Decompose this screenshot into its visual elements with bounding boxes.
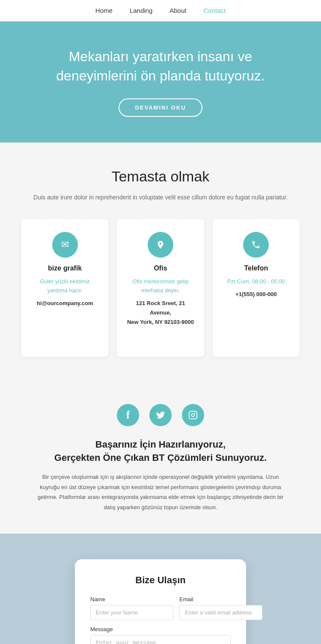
- name-input[interactable]: [90, 605, 173, 620]
- card-office-detail: 121 Rock Sreet, 21 Avenue,New York, NY 9…: [125, 299, 195, 327]
- navigation: Home Landing About Contact: [0, 0, 321, 21]
- name-label: Name: [90, 596, 173, 602]
- form-name-email-row: Name Email: [90, 596, 231, 620]
- phone-icon: [243, 232, 269, 258]
- contact-info-section: Temasta olmak Duis aute irure dolor in r…: [0, 142, 321, 383]
- hero-button[interactable]: DEVAMINI OKU: [119, 98, 202, 117]
- email-label: Email: [179, 596, 262, 602]
- card-office-link: Ofis merkezimize gelip merhaba deyin.: [125, 277, 195, 295]
- email-icon: ✉: [52, 232, 78, 258]
- nav-contact[interactable]: Contact: [203, 7, 226, 14]
- card-phone: Telefon Pzt-Cum, 08:00 - 05:00 +1(555) 0…: [213, 219, 300, 357]
- twitter-icon[interactable]: [149, 404, 172, 426]
- facebook-icon[interactable]: f: [117, 404, 139, 426]
- card-email-link: Güler yüzlü ekibimiz yardıma hazır.: [30, 277, 100, 295]
- instagram-icon[interactable]: [182, 404, 204, 426]
- card-office-title: Ofis: [125, 264, 195, 272]
- social-description: Bir çerçeve oluşturmak için iş akışların…: [32, 472, 289, 512]
- svg-point-1: [191, 413, 194, 416]
- form-title: Bize Ulaşın: [90, 575, 231, 586]
- card-phone-detail: +1(555) 000-000: [221, 290, 291, 299]
- social-icons-group: f: [26, 404, 295, 426]
- nav-about[interactable]: About: [169, 7, 186, 14]
- message-label: Message: [90, 626, 231, 632]
- contact-cards: ✉ bize grafik Güler yüzlü ekibimiz yardı…: [21, 219, 300, 357]
- svg-rect-0: [189, 411, 197, 419]
- card-phone-link: Pzt-Cum, 08:00 - 05:00: [221, 277, 291, 286]
- name-group: Name: [90, 596, 173, 620]
- hero-heading: Mekanları yaratırken insanı ve deneyimle…: [34, 47, 287, 86]
- card-email: ✉ bize grafik Güler yüzlü ekibimiz yardı…: [21, 219, 108, 357]
- nav-landing[interactable]: Landing: [130, 7, 152, 14]
- email-group: Email: [179, 596, 262, 620]
- contact-form-card: Bize Ulaşın Name Email Message Gallery: [75, 559, 246, 644]
- social-heading: Başarınız İçin Hazırlanıyoruz, Gerçekten…: [26, 438, 295, 465]
- svg-point-2: [195, 413, 196, 413]
- location-icon: [148, 232, 173, 258]
- card-email-detail: hi@ourcompany.com: [30, 299, 100, 308]
- social-section: f Başarınız İçin Hazırlanıyoruz, Gerçekt…: [0, 383, 321, 534]
- hero-section: Mekanları yaratırken insanı ve deneyimle…: [0, 21, 321, 142]
- card-office: Ofis Ofis merkezimize gelip merhaba deyi…: [117, 219, 204, 357]
- nav-home[interactable]: Home: [95, 7, 113, 14]
- message-group: Message: [90, 626, 231, 644]
- contact-title: Temasta olmak: [21, 168, 300, 185]
- email-input[interactable]: [179, 605, 262, 620]
- message-input[interactable]: [90, 635, 231, 644]
- card-phone-title: Telefon: [221, 264, 291, 272]
- form-section: Bize Ulaşın Name Email Message Gallery: [0, 534, 321, 644]
- card-email-title: bize grafik: [30, 264, 100, 272]
- contact-description: Duis aute irure dolor in reprehenderit i…: [21, 193, 300, 202]
